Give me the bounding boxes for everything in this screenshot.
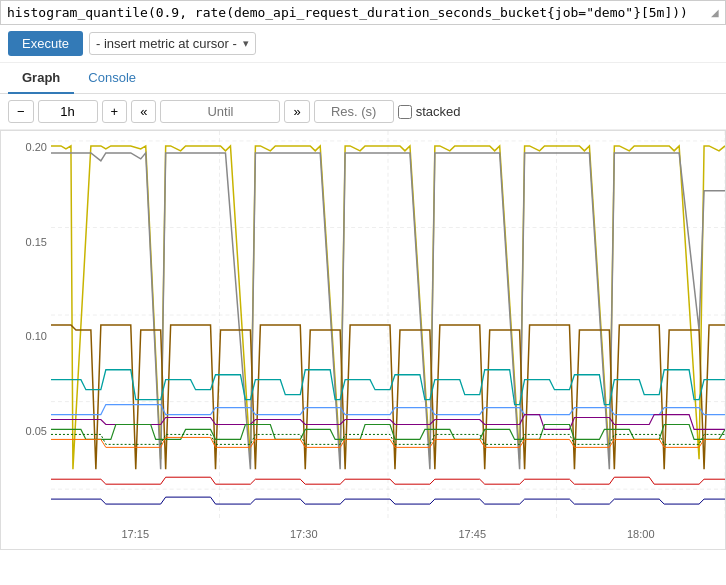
execute-button[interactable]: Execute	[8, 31, 83, 56]
stacked-label: stacked	[416, 104, 461, 119]
y-label-010: 0.10	[1, 330, 47, 342]
until-input[interactable]	[160, 100, 280, 123]
y-label-015: 0.15	[1, 236, 47, 248]
x-label-1715: 17:15	[121, 528, 149, 540]
x-label-1745: 17:45	[458, 528, 486, 540]
metric-dropdown-arrow-icon: ▾	[243, 37, 249, 50]
stacked-checkbox[interactable]	[398, 105, 412, 119]
tab-console[interactable]: Console	[74, 63, 150, 94]
time-increase-button[interactable]: +	[102, 100, 128, 123]
x-label-1730: 17:30	[290, 528, 318, 540]
graph-controls: − + « » stacked	[0, 94, 726, 130]
query-resize-handle[interactable]: ◢	[711, 7, 719, 18]
tab-graph[interactable]: Graph	[8, 63, 74, 94]
y-label-005: 0.05	[1, 425, 47, 437]
time-range-input[interactable]	[38, 100, 98, 123]
graph-canvas	[51, 131, 725, 519]
toolbar: Execute - insert metric at cursor - ▾	[0, 25, 726, 63]
x-label-1800: 18:00	[627, 528, 655, 540]
resolution-input[interactable]	[314, 100, 394, 123]
y-label-020: 0.20	[1, 141, 47, 153]
time-decrease-button[interactable]: −	[8, 100, 34, 123]
stacked-wrapper: stacked	[398, 104, 461, 119]
query-input[interactable]	[7, 5, 711, 20]
fast-backward-button[interactable]: «	[131, 100, 156, 123]
y-axis: 0.20 0.15 0.10 0.05	[1, 131, 51, 519]
x-axis: 17:15 17:30 17:45 18:00	[51, 519, 725, 549]
metric-selector-label: - insert metric at cursor -	[96, 36, 237, 51]
metric-selector[interactable]: - insert metric at cursor - ▾	[89, 32, 256, 55]
tabs-bar: Graph Console	[0, 63, 726, 94]
graph-area: 0.20 0.15 0.10 0.05	[0, 130, 726, 550]
query-bar: ◢	[0, 0, 726, 25]
fast-forward-button[interactable]: »	[284, 100, 309, 123]
chart-svg	[51, 131, 725, 519]
